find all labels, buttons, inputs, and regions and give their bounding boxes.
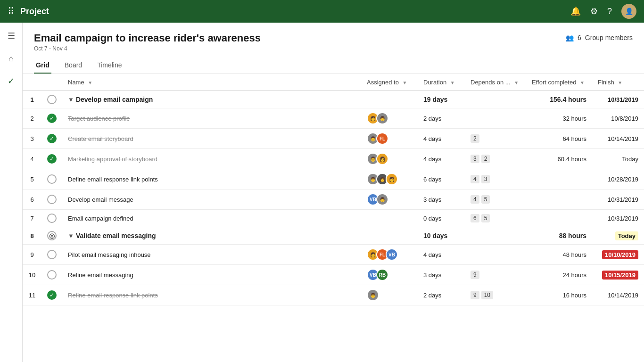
tab-board[interactable]: Board bbox=[63, 58, 84, 74]
duration-value: 4 days bbox=[423, 135, 441, 142]
col-header-duration[interactable]: Duration ▼ bbox=[418, 74, 465, 91]
task-checkbox-empty[interactable] bbox=[47, 250, 57, 259]
left-sidebar: ☰ ⌂ ✓ bbox=[0, 23, 23, 362]
table-row: 10 Refine email messaging VBRB 3 days 9 … bbox=[23, 265, 644, 285]
duration-value: 3 days bbox=[423, 196, 441, 203]
task-name: Marketing approval of storyboard bbox=[68, 156, 157, 163]
table-row: 3 ✓ Create email storyboard 👨FL 4 days 2… bbox=[23, 129, 644, 149]
tab-timeline[interactable]: Timeline bbox=[95, 58, 124, 74]
table-row: 8 ◎ ▼Validate email messaging 10 days 88… bbox=[23, 227, 644, 245]
effort-cell: 60.4 hours bbox=[526, 149, 592, 169]
user-avatar[interactable]: 👤 bbox=[621, 4, 636, 19]
col-header-assigned[interactable]: Assigned to ▼ bbox=[361, 74, 418, 91]
task-checkbox-empty[interactable] bbox=[47, 214, 57, 223]
finish-date: 10/31/2019 bbox=[608, 196, 638, 203]
group-members[interactable]: 👥 6 Group members bbox=[566, 34, 633, 41]
row-number: 5 bbox=[23, 169, 41, 189]
col-header-name[interactable]: Name ▼ bbox=[62, 74, 361, 91]
task-table: Name ▼ Assigned to ▼ Duration ▼ Depends … bbox=[23, 74, 644, 305]
finish-cell: 10/10/2019 bbox=[592, 245, 644, 265]
effort-cell: 24 hours bbox=[526, 265, 592, 285]
sidebar-menu-icon[interactable]: ☰ bbox=[2, 26, 21, 45]
task-checkbox-empty[interactable] bbox=[47, 270, 57, 280]
collapse-icon[interactable]: ▼ bbox=[68, 96, 74, 103]
task-checkbox-empty[interactable] bbox=[47, 95, 57, 104]
task-name-cell: Marketing approval of storyboard bbox=[62, 149, 361, 169]
effort-cell: 88 hours bbox=[526, 227, 592, 245]
table-row: 1 ▼Develop email campaign 19 days 156.4 … bbox=[23, 91, 644, 108]
task-checkbox-partial[interactable]: ◎ bbox=[47, 231, 57, 240]
help-icon[interactable]: ? bbox=[607, 7, 612, 16]
group-members-label: Group members bbox=[585, 34, 633, 41]
main-layout: ☰ ⌂ ✓ Email campaign to increase rider's… bbox=[0, 23, 644, 362]
notification-icon[interactable]: 🔔 bbox=[570, 6, 581, 16]
assigned-cell: 👨FL bbox=[361, 129, 418, 149]
assigned-cell: 👨👩 bbox=[361, 149, 418, 169]
settings-icon[interactable]: ⚙ bbox=[590, 6, 598, 16]
assigned-cell bbox=[361, 91, 418, 108]
row-check: ✓ bbox=[41, 129, 62, 149]
col-header-depends[interactable]: Depends on ... ▼ bbox=[465, 74, 526, 91]
dep-badge: 4 bbox=[471, 175, 479, 183]
sidebar-check-icon[interactable]: ✓ bbox=[2, 72, 21, 90]
task-checkbox-checked[interactable]: ✓ bbox=[47, 114, 57, 123]
assigned-cell bbox=[361, 210, 418, 227]
effort-value: 48 hours bbox=[562, 251, 586, 258]
duration-cell: 6 days bbox=[418, 169, 465, 189]
task-checkbox-empty[interactable] bbox=[47, 195, 57, 204]
dep-badge: 3 bbox=[471, 155, 479, 163]
duration-cell: 3 days bbox=[418, 265, 465, 285]
task-checkbox-checked[interactable]: ✓ bbox=[47, 134, 57, 143]
finish-cell: 10/8/2019 bbox=[592, 108, 644, 129]
task-name-cell: Create email storyboard bbox=[62, 129, 361, 149]
duration-value: 19 days bbox=[423, 96, 447, 103]
collapse-icon[interactable]: ▼ bbox=[68, 232, 74, 239]
task-name-cell: ▼Develop email campaign bbox=[62, 91, 361, 108]
effort-value: 88 hours bbox=[559, 232, 586, 239]
finish-date-today: Today bbox=[615, 231, 638, 240]
task-name: Refine email response link points bbox=[68, 292, 158, 299]
col-header-effort[interactable]: Effort completed ▼ bbox=[526, 74, 592, 91]
task-tbody: 1 ▼Develop email campaign 19 days 156.4 … bbox=[23, 91, 644, 305]
duration-cell: 4 days bbox=[418, 129, 465, 149]
sidebar-home-icon[interactable]: ⌂ bbox=[2, 49, 21, 68]
assigned-cell: VBRB bbox=[361, 265, 418, 285]
depends-cell: 9 bbox=[465, 265, 526, 285]
depends-cell bbox=[465, 91, 526, 108]
depends-cell: 910 bbox=[465, 285, 526, 305]
row-check: ◎ bbox=[41, 227, 62, 245]
name-sort-icon: ▼ bbox=[88, 80, 92, 85]
table-row: 6 Develop email message VB👨 3 days 45 10… bbox=[23, 189, 644, 210]
tabs: Grid Board Timeline bbox=[34, 58, 633, 74]
table-area: Name ▼ Assigned to ▼ Duration ▼ Depends … bbox=[23, 74, 644, 362]
effort-value: 32 hours bbox=[562, 115, 586, 122]
finish-date: Today bbox=[622, 156, 638, 163]
avatar: 👩 bbox=[376, 153, 388, 165]
depends-cell: 45 bbox=[465, 189, 526, 210]
finish-date: 10/8/2019 bbox=[611, 115, 638, 122]
task-checkbox-checked[interactable]: ✓ bbox=[47, 290, 57, 300]
col-header-finish[interactable]: Finish ▼ bbox=[592, 74, 644, 91]
effort-value: 16 hours bbox=[562, 292, 586, 299]
page-header-top: Email campaign to increase rider's aware… bbox=[34, 32, 633, 52]
duration-value: 2 days bbox=[423, 115, 441, 122]
dep-badge: 9 bbox=[471, 291, 479, 299]
table-row: 9 Pilot email messaging inhouse 👩FLVB 4 … bbox=[23, 245, 644, 265]
duration-cell: 4 days bbox=[418, 245, 465, 265]
row-check bbox=[41, 189, 62, 210]
task-checkbox-checked[interactable]: ✓ bbox=[47, 154, 57, 164]
content-area: Email campaign to increase rider's aware… bbox=[23, 23, 644, 362]
task-checkbox-empty[interactable] bbox=[47, 174, 57, 184]
apps-icon[interactable]: ⠿ bbox=[8, 6, 15, 17]
depends-cell bbox=[465, 227, 526, 245]
row-check bbox=[41, 265, 62, 285]
avatar: 👩 bbox=[386, 173, 398, 185]
duration-value: 0 days bbox=[423, 215, 441, 222]
duration-value: 10 days bbox=[423, 232, 447, 239]
row-number: 8 bbox=[23, 227, 41, 245]
row-number: 1 bbox=[23, 91, 41, 108]
task-name: Define email response link points bbox=[68, 176, 158, 183]
tab-grid[interactable]: Grid bbox=[34, 58, 51, 74]
depends-cell: 32 bbox=[465, 149, 526, 169]
table-row: 11 ✓ Refine email response link points 👨… bbox=[23, 285, 644, 305]
